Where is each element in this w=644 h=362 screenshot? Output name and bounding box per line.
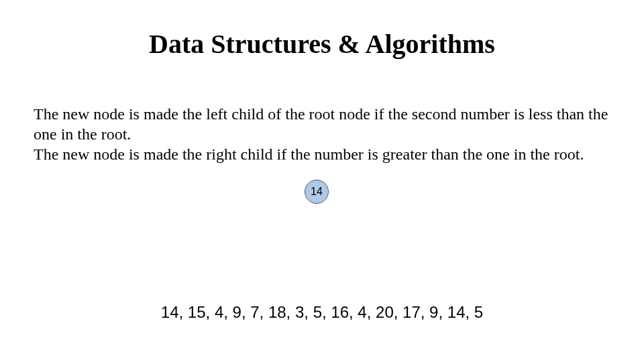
number-sequence: 14, 15, 4, 9, 7, 18, 3, 5, 16, 4, 20, 17…	[0, 303, 644, 322]
body-line-2: The new node is made the right child if …	[34, 145, 584, 163]
slide-title: Data Structures & Algorithms	[0, 28, 644, 60]
slide-body: The new node is made the left child of t…	[34, 104, 610, 164]
tree-root-value: 14	[311, 186, 323, 198]
tree-root-node: 14	[305, 180, 329, 204]
body-line-1: The new node is made the left child of t…	[34, 105, 608, 143]
slide: Data Structures & Algorithms The new nod…	[0, 0, 644, 362]
